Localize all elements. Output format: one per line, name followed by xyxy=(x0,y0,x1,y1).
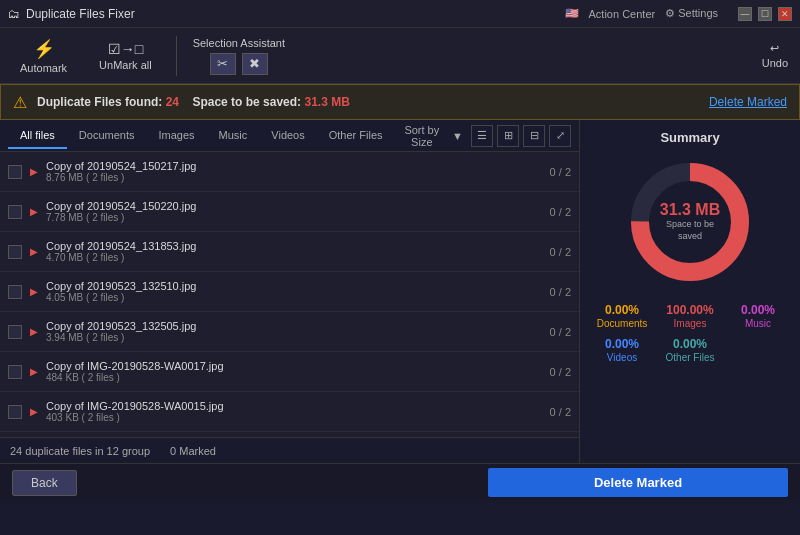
file-checkbox[interactable] xyxy=(8,285,22,299)
alert-icon: ⚠ xyxy=(13,93,27,112)
unmarkall-icon: ☑→□ xyxy=(108,41,143,57)
file-name: Copy of 20190523_132505.jpg xyxy=(46,320,542,332)
view-icons: ☰ ⊞ ⊟ ⤢ xyxy=(471,125,571,147)
file-name: Copy of 20190524_150220.jpg xyxy=(46,200,542,212)
file-info: Copy of 20190524_150220.jpg 7.78 MB ( 2 … xyxy=(46,200,542,223)
tab-documents[interactable]: Documents xyxy=(67,123,147,149)
stat-music: 0.00% Music xyxy=(726,303,790,329)
minimize-btn[interactable]: — xyxy=(738,7,752,21)
stat-label-videos: Videos xyxy=(607,352,637,363)
tab-images[interactable]: Images xyxy=(146,123,206,149)
unmarkall-button[interactable]: ☑→□ UnMark all xyxy=(91,37,160,75)
file-count: 0 / 2 xyxy=(550,286,571,298)
expand-icon[interactable]: ▶ xyxy=(30,166,38,177)
expand-icon[interactable]: ▶ xyxy=(30,286,38,297)
stat-images: 100.00% Images xyxy=(658,303,722,329)
file-list: ▶ Copy of 20190524_150217.jpg 8.76 MB ( … xyxy=(0,152,579,437)
title-bar-right: 🇺🇸 Action Center ⚙ Settings — ☐ ✕ xyxy=(565,7,792,21)
duplicate-count: 24 xyxy=(166,95,179,109)
view-expand-btn[interactable]: ⤢ xyxy=(549,125,571,147)
view-tile-btn[interactable]: ⊟ xyxy=(523,125,545,147)
file-checkbox[interactable] xyxy=(8,165,22,179)
bottom-bar: Back Delete Marked xyxy=(0,463,800,501)
tab-music[interactable]: Music xyxy=(207,123,260,149)
tab-videos[interactable]: Videos xyxy=(259,123,316,149)
sort-label: Sort by Size xyxy=(395,124,450,148)
file-checkbox[interactable] xyxy=(8,205,22,219)
selection-assistant-label: Selection Assistant xyxy=(193,37,285,49)
expand-icon[interactable]: ▶ xyxy=(30,406,38,417)
back-button[interactable]: Back xyxy=(12,470,77,496)
stats-grid: 0.00% Documents 100.00% Images 0.00% Mus… xyxy=(590,303,790,363)
file-info: Copy of 20190524_150217.jpg 8.76 MB ( 2 … xyxy=(46,160,542,183)
app-icon: 🗂 xyxy=(8,7,20,21)
alert-text: Duplicate Files found: 24 Space to be sa… xyxy=(37,95,350,109)
donut-chart: 31.3 MB Space to besaved xyxy=(625,157,755,287)
file-count: 0 / 2 xyxy=(550,366,571,378)
file-name: Copy of 20190524_150217.jpg xyxy=(46,160,542,172)
file-size: 7.78 MB ( 2 files ) xyxy=(46,212,542,223)
stat-pct-documents: 0.00% xyxy=(605,303,639,317)
view-grid-btn[interactable]: ⊞ xyxy=(497,125,519,147)
file-info: Copy of 20190523_132510.jpg 4.05 MB ( 2 … xyxy=(46,280,542,303)
undo-button[interactable]: ↩ Undo xyxy=(762,42,788,69)
automark-label: Automark xyxy=(20,62,67,74)
file-name: Copy of 20190523_132510.jpg xyxy=(46,280,542,292)
space-saved: 31.3 MB xyxy=(304,95,349,109)
tab-bar: All files Documents Images Music Videos … xyxy=(0,120,579,152)
table-row[interactable]: ▶ Copy of IMG-20190528-WA0015.jpg 403 KB… xyxy=(0,392,579,432)
unmarkall-label: UnMark all xyxy=(99,59,152,71)
expand-icon[interactable]: ▶ xyxy=(30,206,38,217)
delete-marked-link[interactable]: Delete Marked xyxy=(709,95,787,109)
table-row[interactable]: ▶ Copy of 20190524_131853.jpg 4.70 MB ( … xyxy=(0,232,579,272)
view-list-btn[interactable]: ☰ xyxy=(471,125,493,147)
file-count: 0 / 2 xyxy=(550,406,571,418)
table-row[interactable]: ▶ Copy of IMG-20190528-WA0017.jpg 484 KB… xyxy=(0,352,579,392)
table-row[interactable]: ▶ Copy of 20190524_150220.jpg 7.78 MB ( … xyxy=(0,192,579,232)
close-btn[interactable]: ✕ xyxy=(778,7,792,21)
file-info: Copy of 20190523_132505.jpg 3.94 MB ( 2 … xyxy=(46,320,542,343)
window-controls: — ☐ ✕ xyxy=(738,7,792,21)
table-row[interactable]: ▶ Copy of 20190524_150217.jpg 8.76 MB ( … xyxy=(0,152,579,192)
summary-panel: Summary 31.3 MB Space to besaved 0.00% D… xyxy=(580,120,800,463)
table-row[interactable]: ▶ Copy of 20190523_132510.jpg 4.05 MB ( … xyxy=(0,272,579,312)
sa-icon-btn-2[interactable]: ✖ xyxy=(242,53,268,75)
settings-btn[interactable]: ⚙ Settings xyxy=(665,7,718,20)
file-checkbox[interactable] xyxy=(8,245,22,259)
file-checkbox[interactable] xyxy=(8,365,22,379)
donut-center: 31.3 MB Space to besaved xyxy=(660,201,720,242)
delete-marked-button[interactable]: Delete Marked xyxy=(488,468,788,497)
file-info: Copy of 20190524_131853.jpg 4.70 MB ( 2 … xyxy=(46,240,542,263)
stat-label-documents: Documents xyxy=(597,318,648,329)
file-checkbox[interactable] xyxy=(8,325,22,339)
file-count: 0 / 2 xyxy=(550,206,571,218)
file-checkbox[interactable] xyxy=(8,405,22,419)
stat-pct-other: 0.00% xyxy=(673,337,707,351)
file-name: Copy of IMG-20190528-WA0017.jpg xyxy=(46,360,542,372)
tab-other-files[interactable]: Other Files xyxy=(317,123,395,149)
maximize-btn[interactable]: ☐ xyxy=(758,7,772,21)
expand-icon[interactable]: ▶ xyxy=(30,366,38,377)
sort-button[interactable]: Sort by Size ▼ xyxy=(395,124,463,148)
file-size: 484 KB ( 2 files ) xyxy=(46,372,542,383)
summary-title: Summary xyxy=(660,130,719,145)
sa-icon-btn-1[interactable]: ✂ xyxy=(210,53,236,75)
app-title: Duplicate Files Fixer xyxy=(26,7,135,21)
automark-button[interactable]: ⚡ Automark xyxy=(12,34,75,78)
flag-icon: 🇺🇸 xyxy=(565,7,579,20)
file-count: 0 / 2 xyxy=(550,246,571,258)
tab-all-files[interactable]: All files xyxy=(8,123,67,149)
action-center-btn[interactable]: Action Center xyxy=(589,8,656,20)
expand-icon[interactable]: ▶ xyxy=(30,246,38,257)
selection-assistant-icons: ✂ ✖ xyxy=(210,53,268,75)
files-info: 24 duplicate files in 12 group xyxy=(10,445,150,457)
stat-other: 0.00% Other Files xyxy=(658,337,722,363)
expand-icon[interactable]: ▶ xyxy=(30,326,38,337)
file-count: 0 / 2 xyxy=(550,166,571,178)
file-size: 4.05 MB ( 2 files ) xyxy=(46,292,542,303)
file-name: Copy of IMG-20190528-WA0015.jpg xyxy=(46,400,542,412)
title-bar-left: 🗂 Duplicate Files Fixer xyxy=(8,7,135,21)
table-row[interactable]: ▶ Copy of 20190523_132505.jpg 3.94 MB ( … xyxy=(0,312,579,352)
file-info: Copy of IMG-20190528-WA0015.jpg 403 KB (… xyxy=(46,400,542,423)
sort-chevron: ▼ xyxy=(452,130,463,142)
